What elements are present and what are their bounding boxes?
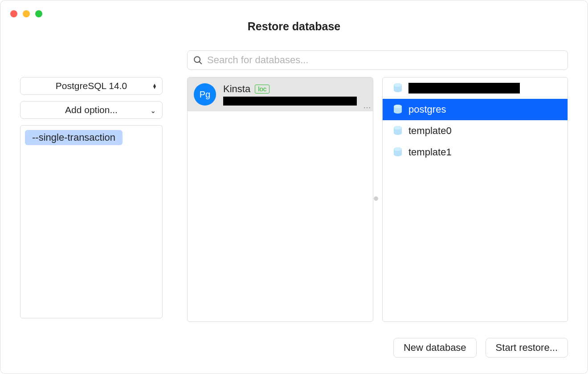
postgres-badge-icon: Pg — [194, 83, 216, 106]
database-icon — [392, 126, 403, 136]
dialog-footer: New database Start restore... — [393, 338, 568, 358]
start-restore-label: Start restore... — [496, 342, 558, 354]
search-input[interactable] — [207, 54, 562, 66]
options-list: --single-transaction — [20, 125, 163, 318]
search-field[interactable] — [187, 50, 568, 70]
svg-line-1 — [200, 62, 202, 64]
database-name: postgres — [408, 104, 446, 115]
close-window-button[interactable] — [10, 10, 17, 17]
start-restore-button[interactable]: Start restore... — [486, 338, 568, 358]
connection-info: Kinsta loc — [223, 83, 367, 106]
connections-list: Pg Kinsta loc … — [187, 77, 373, 322]
chevron-down-icon: ⌄ — [150, 106, 156, 115]
database-row[interactable] — [383, 77, 568, 99]
restore-options-panel: PostgreSQL 14.0 ▴▾ Add option... ⌄ --sin… — [20, 77, 163, 318]
search-icon — [193, 55, 203, 65]
new-database-button[interactable]: New database — [393, 338, 477, 358]
svg-point-7 — [394, 126, 402, 130]
databases-list: postgres template0 template1 — [382, 77, 568, 322]
maximize-window-button[interactable] — [35, 10, 42, 17]
database-name-redacted — [408, 83, 520, 94]
stepper-icon: ▴▾ — [153, 83, 156, 89]
overflow-ellipsis: … — [363, 101, 371, 110]
connection-host-redacted — [223, 97, 357, 106]
database-name: template0 — [408, 125, 452, 137]
postgres-version-selector[interactable]: PostgreSQL 14.0 ▴▾ — [20, 77, 163, 95]
add-option-selector[interactable]: Add option... ⌄ — [20, 101, 163, 119]
database-row[interactable]: template1 — [383, 142, 568, 163]
database-icon — [392, 104, 403, 115]
connection-name: Kinsta — [223, 83, 250, 95]
option-chip[interactable]: --single-transaction — [25, 130, 122, 145]
minimize-window-button[interactable] — [23, 10, 30, 17]
window-title: Restore database — [0, 0, 588, 33]
database-row[interactable]: template0 — [383, 120, 568, 142]
window-controls — [10, 10, 42, 17]
database-row[interactable]: postgres — [383, 99, 568, 120]
database-icon — [392, 83, 403, 94]
new-database-label: New database — [404, 342, 466, 354]
connection-row[interactable]: Pg Kinsta loc … — [188, 77, 373, 111]
postgres-version-label: PostgreSQL 14.0 — [56, 81, 127, 91]
add-option-label: Add option... — [65, 105, 118, 115]
location-tag: loc — [255, 85, 270, 94]
svg-point-9 — [394, 147, 402, 151]
database-icon — [392, 147, 403, 158]
svg-point-5 — [394, 105, 402, 108]
svg-point-3 — [394, 83, 402, 87]
database-name: template1 — [408, 146, 452, 158]
pane-resize-handle[interactable] — [374, 196, 378, 201]
